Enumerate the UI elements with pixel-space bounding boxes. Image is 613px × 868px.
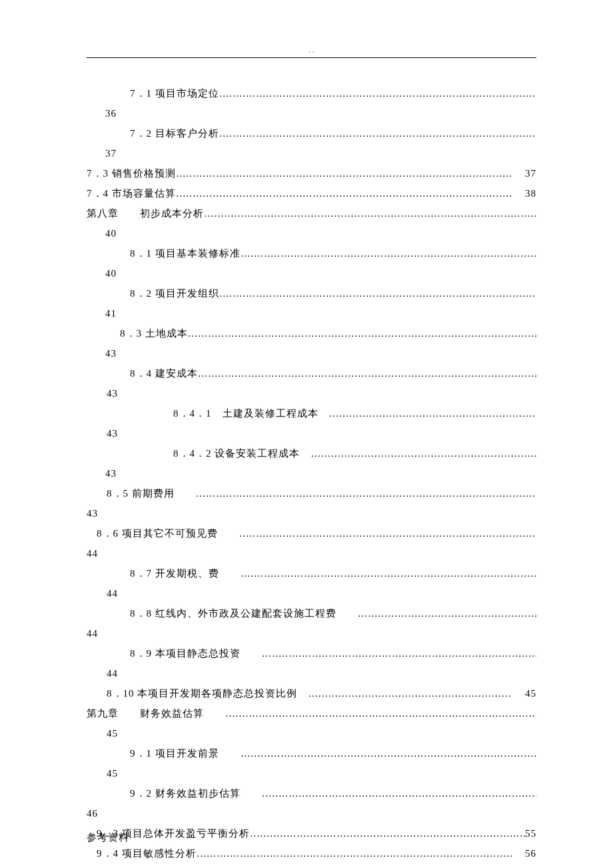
toc-title: 8．5 前期费用 [107, 483, 196, 503]
toc-entry: 9．2 财务效益初步估算 [87, 783, 536, 803]
toc-leader [241, 243, 536, 263]
toc-title: 7．3 销售价格预测 [87, 163, 176, 183]
toc-leader [197, 843, 512, 863]
toc-title: 9．2 财务效益初步估算 [130, 783, 262, 803]
toc-title: 7．1 项目市场定位 [130, 83, 219, 103]
toc-page-number-wrapped: 45 [87, 763, 536, 783]
header-dots: . . [87, 47, 536, 54]
toc-entry: 8．8 红线内、外市政及公建配套设施工程费 [87, 603, 536, 623]
toc-leader [176, 183, 512, 203]
toc-title: 8．1 项目基本装修标准 [130, 243, 241, 263]
toc-leader [225, 703, 536, 723]
toc-title: 8．9 本项目静态总投资 [130, 643, 262, 663]
toc-page-number-wrapped: 45 [87, 723, 536, 743]
toc-page-number-wrapped: 37 [87, 143, 536, 163]
toc-page-number-wrapped: 44 [87, 543, 536, 563]
toc-page-number-wrapped: 43 [87, 463, 536, 483]
toc-page-number-wrapped: 43 [87, 423, 536, 443]
toc-leader [204, 203, 536, 223]
toc-title: 8．4 建安成本 [130, 363, 198, 383]
toc-page-number: 38 [512, 183, 536, 203]
toc-page-number-wrapped: 41 [87, 303, 536, 323]
toc-leader [219, 283, 536, 303]
toc-title: 8．4．1 土建及装修工程成本 [173, 403, 329, 423]
toc-leader [198, 363, 536, 383]
toc-entry: 7．1 项目市场定位 [87, 83, 536, 103]
footer-text: 参考资料 [87, 831, 129, 844]
table-of-contents: 7．1 项目市场定位367．2 目标客户分析377．3 销售价格预测 377．4… [87, 83, 536, 868]
toc-leader [219, 123, 536, 143]
toc-title: 8．7 开发期税、费 [130, 563, 241, 583]
toc-title: 7．2 目标客户分析 [130, 123, 219, 143]
toc-leader [196, 483, 536, 503]
document-page: . . 7．1 项目市场定位367．2 目标客户分析377．3 销售价格预测 3… [0, 0, 613, 868]
toc-entry: 8．9 本项目静态总投资 [87, 643, 536, 663]
toc-leader [241, 743, 536, 763]
toc-page-number-wrapped: 43 [87, 503, 536, 523]
toc-page-number: 55 [525, 823, 536, 843]
toc-entry: 8．4 建安成本 [87, 363, 536, 383]
toc-title: 8．4．2 设备安装工程成本 [173, 443, 310, 463]
toc-leader [262, 783, 536, 803]
toc-leader [310, 443, 536, 463]
toc-page-number-wrapped: 44 [87, 663, 536, 683]
toc-title: 7．4 市场容量估算 [87, 183, 176, 203]
toc-entry: 8．4．2 设备安装工程成本 [87, 443, 536, 463]
toc-title: 8．2 项目开发组织 [130, 283, 219, 303]
toc-page-number-wrapped: 43 [87, 343, 536, 363]
toc-leader [262, 643, 536, 663]
toc-page-number-wrapped: 43 [87, 383, 536, 403]
toc-entry: 8．1 项目基本装修标准 [87, 243, 536, 263]
toc-page-number-wrapped: 44 [87, 623, 536, 643]
toc-entry: 8．3 土地成本 [87, 323, 536, 343]
toc-page-number: 45 [512, 683, 536, 703]
toc-entry: 8．7 开发期税、费 [87, 563, 536, 583]
toc-entry: 7．4 市场容量估算 38 [87, 183, 536, 203]
toc-title: 8．10 本项目开发期各项静态总投资比例 [107, 683, 308, 703]
toc-entry: 8．4．1 土建及装修工程成本 [87, 403, 536, 423]
toc-page-number-wrapped: 36 [87, 103, 536, 123]
toc-entry: 8．5 前期费用 [87, 483, 536, 503]
toc-page-number-wrapped: 44 [87, 583, 536, 603]
toc-page-number-wrapped: 40 [87, 223, 536, 243]
toc-entry: 9．4 项目敏感性分析56 [87, 843, 536, 863]
toc-title: 8．6 项目其它不可预见费 [97, 523, 239, 543]
toc-page-number-wrapped: 40 [87, 263, 536, 283]
toc-entry: 7．3 销售价格预测 37 [87, 163, 536, 183]
toc-page-number: 56 [512, 843, 536, 863]
toc-entry: 9．3 项目总体开发盈亏平衡分析55 [87, 823, 536, 843]
header-rule [87, 57, 536, 58]
toc-title: 第八章 初步成本分析 [87, 203, 204, 223]
toc-entry: 9．1 项目开发前景 [87, 743, 536, 763]
toc-leader [241, 563, 536, 583]
toc-entry: 7．2 目标客户分析 [87, 123, 536, 143]
toc-entry: 第九章 财务效益估算 [87, 703, 536, 723]
toc-title: 9．4 项目敏感性分析 [97, 843, 197, 863]
toc-title: 8．8 红线内、外市政及公建配套设施工程费 [130, 603, 358, 623]
toc-title: 第九章 财务效益估算 [87, 703, 225, 723]
toc-entry: 8．10 本项目开发期各项静态总投资比例 45 [87, 683, 536, 703]
toc-leader [239, 523, 536, 543]
toc-leader [308, 683, 512, 703]
toc-leader [176, 163, 512, 183]
toc-entry: 8．6 项目其它不可预见费 [87, 523, 536, 543]
toc-page-number-wrapped: 46 [87, 803, 536, 823]
toc-entry: 8．2 项目开发组织 [87, 283, 536, 303]
toc-title: 9．1 项目开发前景 [130, 743, 241, 763]
toc-leader [329, 403, 537, 423]
toc-leader [219, 83, 536, 103]
toc-leader [250, 823, 525, 843]
toc-entry: 第八章 初步成本分析 [87, 203, 536, 223]
toc-leader [358, 603, 536, 623]
toc-title: 8．3 土地成本 [120, 323, 188, 343]
toc-page-number: 37 [512, 163, 536, 183]
toc-leader [188, 323, 536, 343]
